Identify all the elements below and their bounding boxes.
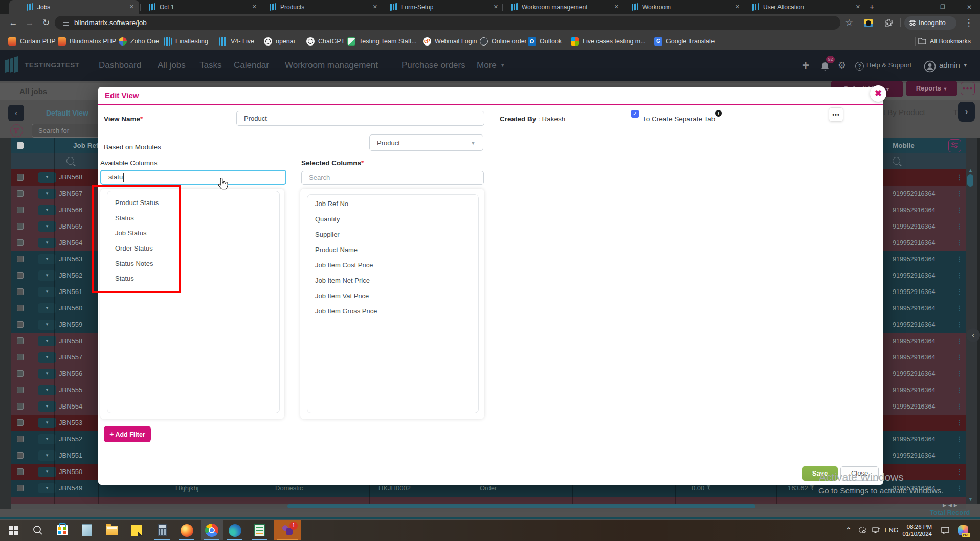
window-close-icon[interactable]: ✕	[967, 0, 977, 14]
bookmark-item[interactable]: GGoogle Translate	[654, 32, 715, 50]
bookmark-item[interactable]: Live cases testing m...	[571, 32, 646, 50]
nav-more[interactable]: More ▼	[477, 50, 505, 81]
browser-tab[interactable]: Jobs✕	[9, 0, 139, 14]
row-actions-icon[interactable]: ⋮	[956, 169, 963, 186]
row-expand-icon[interactable]: ▼	[38, 434, 56, 444]
row-checkbox[interactable]	[17, 419, 24, 426]
row-expand-icon[interactable]: ▼	[38, 467, 56, 477]
row-expand-icon[interactable]: ▼	[38, 303, 56, 313]
extension-icon[interactable]	[862, 14, 875, 32]
row-actions-icon[interactable]: ⋮	[956, 267, 963, 284]
selected-column-item[interactable]: Job Item Vat Price	[307, 288, 478, 303]
edge-icon[interactable]	[228, 523, 242, 537]
row-expand-icon[interactable]: ▼	[38, 254, 56, 264]
nav-all-jobs[interactable]: All jobs	[158, 50, 186, 81]
filter-funnel-icon[interactable]	[10, 124, 23, 137]
tab-close-icon[interactable]: ✕	[852, 4, 860, 10]
nav-dashboard[interactable]: Dashboard	[99, 50, 141, 81]
row-actions-icon[interactable]: ⋮	[956, 398, 963, 415]
table-search-input[interactable]: Search for	[32, 124, 108, 138]
row-expand-icon[interactable]: ▼	[38, 221, 56, 232]
tray-capture-icon[interactable]	[857, 520, 867, 541]
row-checkbox[interactable]	[17, 207, 24, 213]
row-checkbox[interactable]	[17, 337, 24, 344]
selected-column-item[interactable]: Job Item Gross Price	[307, 303, 478, 319]
selected-column-item[interactable]: Job Ref No	[307, 196, 478, 211]
hscrollbar-thumb[interactable]	[287, 504, 755, 508]
tray-copilot-icon[interactable]: PRE	[955, 520, 971, 541]
row-expand-icon[interactable]: ▼	[38, 483, 56, 493]
row-checkbox[interactable]	[17, 272, 24, 279]
bookmark-item[interactable]: V4- Live	[219, 32, 254, 50]
vscrollbar-thumb[interactable]	[967, 174, 973, 187]
tray-network-icon[interactable]	[871, 520, 882, 541]
browser-tab[interactable]: Form-Setup✕	[383, 0, 503, 14]
settings-gear-icon[interactable]: ⚙	[838, 50, 846, 81]
search-icon[interactable]	[31, 523, 45, 537]
module-select[interactable]: Product▼	[369, 134, 483, 151]
selected-search-input[interactable]: Search	[301, 171, 484, 185]
file-explorer-icon[interactable]	[105, 523, 119, 537]
available-search-input[interactable]: statu	[100, 170, 286, 185]
row-actions-icon[interactable]: ⋮	[956, 333, 963, 349]
firefox-icon[interactable]	[180, 523, 194, 537]
row-checkbox[interactable]	[17, 305, 24, 311]
bookmark-item[interactable]: Testing Team Staff...	[347, 32, 417, 50]
row-actions-icon[interactable]: ⋮	[956, 349, 963, 366]
collapse-right-button[interactable]: ‹	[966, 328, 980, 342]
row-expand-icon[interactable]: ▼	[38, 238, 56, 248]
more-actions-button[interactable]: ●●●	[961, 82, 975, 95]
project-icon[interactable]	[252, 523, 266, 537]
row-actions-icon[interactable]: ⋮	[956, 251, 963, 267]
nav-workroom-management[interactable]: Workroom management	[285, 50, 378, 81]
row-expand-icon[interactable]: ▼	[38, 450, 56, 461]
nav-calendar[interactable]: Calendar	[234, 50, 269, 81]
row-expand-icon[interactable]: ▼	[38, 270, 56, 281]
tray-expand-icon[interactable]: ⌃	[844, 520, 853, 541]
row-expand-icon[interactable]: ▼	[38, 401, 56, 412]
row-actions-icon[interactable]: ⋮	[956, 300, 963, 317]
row-checkbox[interactable]	[17, 485, 24, 491]
selected-column-item[interactable]: Job Item Cost Price	[307, 257, 478, 273]
separate-tab-checkbox[interactable]: ✓	[631, 110, 639, 118]
tab-close-icon[interactable]: ✕	[248, 4, 257, 10]
row-checkbox[interactable]	[17, 403, 24, 410]
tray-notifications-icon[interactable]	[939, 520, 951, 541]
row-actions-icon[interactable]: ⋮	[956, 186, 963, 202]
selected-column-item[interactable]: Product Name	[307, 242, 478, 257]
view-tab-default[interactable]: Default View	[46, 109, 88, 117]
bookmark-item[interactable]: Zoho One	[119, 32, 159, 50]
bookmark-item[interactable]: Finaltesting	[164, 32, 208, 50]
tab-close-icon[interactable]: ✕	[125, 4, 134, 10]
user-menu[interactable]: admin▾	[939, 50, 967, 81]
reload-icon[interactable]: ↻	[39, 14, 53, 32]
back-icon[interactable]: ←	[6, 14, 20, 32]
row-expand-icon[interactable]: ▼	[38, 287, 56, 297]
bookmark-item[interactable]: Curtain PHP	[8, 32, 55, 50]
selected-column-item[interactable]: Job Item Net Price	[307, 273, 478, 288]
row-expand-icon[interactable]: ▼	[38, 385, 56, 395]
row-checkbox[interactable]	[17, 256, 24, 262]
vscrollbar-track[interactable]	[966, 138, 977, 504]
help-support-link[interactable]: Help & Support	[866, 50, 911, 81]
row-expand-icon[interactable]: ▼	[38, 369, 56, 379]
tray-clock[interactable]: 08:26 PM01/10/2024	[900, 520, 932, 541]
store-icon[interactable]	[55, 523, 70, 537]
avatar[interactable]	[924, 60, 936, 75]
row-actions-icon[interactable]: ⋮	[956, 447, 963, 464]
row-actions-icon[interactable]: ⋮	[956, 202, 963, 218]
selected-column-item[interactable]: Supplier	[307, 227, 478, 242]
view-name-input[interactable]: Product	[236, 111, 484, 126]
modal-close-button[interactable]: ✖	[870, 85, 886, 102]
browser-tab[interactable]: Workroom management✕	[503, 0, 624, 14]
vscroll-down-arrow[interactable]: ▼	[968, 497, 973, 502]
row-checkbox[interactable]	[17, 321, 24, 328]
row-expand-icon[interactable]: ▼	[38, 336, 56, 346]
browser-tab[interactable]: Oct 1✕	[141, 0, 262, 14]
browser-tab[interactable]: Products✕	[262, 0, 383, 14]
add-filter-button[interactable]: + Add Filter	[104, 426, 151, 442]
row-checkbox[interactable]	[17, 452, 24, 459]
row-expand-icon[interactable]: ▼	[38, 418, 56, 428]
extensions-puzzle-icon[interactable]	[883, 14, 895, 32]
url-bar[interactable]: blindmatrix.software/job	[55, 16, 840, 30]
